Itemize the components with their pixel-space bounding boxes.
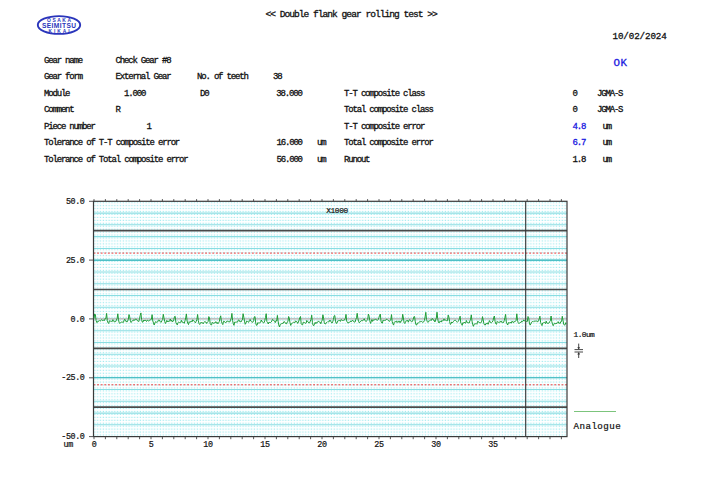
svg-text:um: um — [64, 440, 74, 450]
svg-text:1.0um: 1.0um — [574, 330, 596, 339]
svg-text:20: 20 — [317, 440, 327, 450]
svg-text:5: 5 — [149, 440, 154, 450]
svg-text:15: 15 — [260, 440, 270, 450]
svg-text:35: 35 — [488, 440, 498, 450]
svg-text:30: 30 — [431, 440, 441, 450]
svg-text:Analogue: Analogue — [574, 421, 622, 432]
svg-text:0: 0 — [92, 440, 97, 450]
svg-text:X1000: X1000 — [326, 207, 348, 215]
svg-text:-25.0: -25.0 — [61, 373, 85, 383]
svg-text:10: 10 — [203, 440, 213, 450]
svg-text:25.0: 25.0 — [66, 256, 85, 266]
svg-text:25: 25 — [374, 440, 384, 450]
svg-text:0.0: 0.0 — [71, 315, 85, 325]
svg-text:50.0: 50.0 — [66, 197, 85, 207]
